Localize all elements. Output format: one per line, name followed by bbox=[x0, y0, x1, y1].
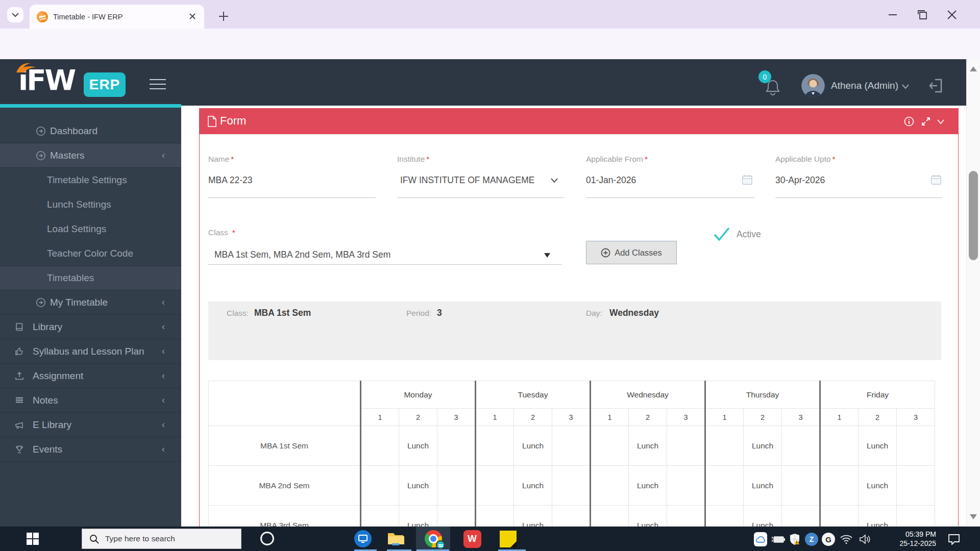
sidebar-item-assignment[interactable]: Assignment‹ bbox=[0, 364, 181, 388]
sidebar-item-load-settings[interactable]: Load Settings bbox=[0, 217, 181, 241]
timetable-cell-empty[interactable] bbox=[476, 426, 514, 466]
timetable-cell-lunch[interactable]: Lunch bbox=[629, 506, 667, 527]
taskbar-search[interactable]: Type here to search bbox=[82, 529, 241, 549]
timetable-cell-lunch[interactable]: Lunch bbox=[399, 466, 437, 506]
timetable-cell-lunch[interactable]: Lunch bbox=[629, 426, 667, 466]
sidebar-item-teacher-color-code[interactable]: Teacher Color Code bbox=[0, 241, 181, 266]
action-center-icon[interactable] bbox=[947, 533, 961, 546]
applicable-upto-input[interactable]: 30-Apr-2026 bbox=[775, 175, 825, 186]
timetable-cell-empty[interactable] bbox=[897, 466, 935, 506]
institute-select[interactable]: IFW INSTITUTE OF MANAGEME bbox=[400, 175, 534, 186]
zulip-icon[interactable]: Z bbox=[805, 533, 818, 546]
timetable-cell-lunch[interactable]: Lunch bbox=[399, 506, 437, 527]
timetable-cell-empty[interactable] bbox=[667, 426, 705, 466]
logout-icon[interactable] bbox=[929, 78, 944, 94]
active-checkmark-icon[interactable] bbox=[713, 227, 730, 242]
grammarly-tray-icon[interactable]: G bbox=[822, 533, 835, 546]
wps-office-icon[interactable]: W bbox=[463, 530, 481, 548]
sidebar-item-lunch-settings[interactable]: Lunch Settings bbox=[0, 192, 181, 217]
volume-icon[interactable] bbox=[859, 533, 872, 546]
tab-search-button[interactable] bbox=[7, 7, 23, 22]
maximize-window-button[interactable] bbox=[916, 8, 929, 21]
calendar-icon[interactable] bbox=[742, 174, 753, 185]
close-window-button[interactable] bbox=[945, 8, 959, 21]
timetable-cell-empty[interactable] bbox=[782, 506, 820, 527]
timetable-cell-empty[interactable] bbox=[782, 426, 820, 466]
sidebar-item-timetable-settings[interactable]: Timetable Settings bbox=[0, 168, 181, 192]
expand-icon[interactable] bbox=[921, 116, 931, 127]
collapse-chevron-icon[interactable] bbox=[936, 116, 946, 127]
timetable-cell-empty[interactable] bbox=[820, 426, 859, 466]
timetable-cell-empty[interactable] bbox=[591, 426, 629, 466]
timetable-cell-empty[interactable] bbox=[705, 426, 744, 466]
timetable-cell-lunch[interactable]: Lunch bbox=[859, 426, 897, 466]
taskbar-clock[interactable]: 05:39 PM 25-12-2025 bbox=[876, 530, 936, 548]
calendar-icon[interactable] bbox=[930, 174, 942, 185]
timetable-cell-empty[interactable] bbox=[437, 506, 476, 527]
sidebar-item-timetables[interactable]: Timetables bbox=[0, 266, 181, 290]
scrollbar-up-arrow[interactable] bbox=[970, 66, 977, 71]
institute-chevron-icon[interactable] bbox=[551, 178, 558, 183]
class-multiselect[interactable]: MBA 1st Sem, MBA 2nd Sem, MBA 3rd Sem bbox=[214, 249, 390, 260]
timetable-cell-empty[interactable] bbox=[361, 426, 399, 466]
tab-close-icon[interactable] bbox=[188, 12, 197, 21]
file-explorer-icon[interactable] bbox=[386, 530, 405, 548]
add-classes-button[interactable]: Add Classes bbox=[586, 241, 677, 264]
timetable-cell-empty[interactable] bbox=[361, 506, 399, 527]
timetable-cell-empty[interactable] bbox=[820, 466, 859, 506]
timetable-cell-lunch[interactable]: Lunch bbox=[514, 426, 552, 466]
sidebar-item-dashboard[interactable]: Dashboard bbox=[0, 119, 181, 143]
applicable-from-input[interactable]: 01-Jan-2026 bbox=[586, 175, 636, 186]
browser-tab[interactable]: Timetable - IFW ERP bbox=[30, 5, 204, 29]
timetable-cell-empty[interactable] bbox=[552, 506, 591, 527]
sticky-notes-icon[interactable] bbox=[499, 530, 517, 548]
timetable-cell-lunch[interactable]: Lunch bbox=[399, 426, 437, 466]
minimize-window-button[interactable] bbox=[886, 8, 899, 21]
timetable-cell-lunch[interactable]: Lunch bbox=[859, 466, 897, 506]
timetable-cell-empty[interactable] bbox=[897, 426, 935, 466]
security-shield-icon[interactable] bbox=[788, 533, 801, 546]
app-logo[interactable]: iFW ERP bbox=[18, 63, 75, 96]
sidebar-item-events[interactable]: Events‹ bbox=[0, 437, 181, 462]
timetable-cell-lunch[interactable]: Lunch bbox=[514, 506, 552, 527]
sidebar-item-my-timetable[interactable]: My Timetable‹ bbox=[0, 290, 181, 315]
timetable-cell-empty[interactable] bbox=[361, 466, 399, 506]
timetable-cell-empty[interactable] bbox=[820, 506, 859, 527]
timetable-cell-lunch[interactable]: Lunch bbox=[744, 466, 782, 506]
timetable-cell-empty[interactable] bbox=[667, 466, 705, 506]
timetable-cell-empty[interactable] bbox=[667, 506, 705, 527]
scrollbar-thumb[interactable] bbox=[969, 171, 978, 260]
name-input[interactable]: MBA 22-23 bbox=[208, 175, 253, 186]
wifi-icon[interactable] bbox=[840, 533, 853, 546]
info-icon[interactable] bbox=[904, 116, 914, 127]
timetable-cell-empty[interactable] bbox=[897, 506, 935, 527]
user-name[interactable]: Athena (Admin) bbox=[831, 80, 898, 91]
sidebar-item-e-library[interactable]: E Library‹ bbox=[0, 413, 181, 437]
timetable-cell-empty[interactable] bbox=[552, 426, 591, 466]
timetable-cell-empty[interactable] bbox=[591, 466, 629, 506]
new-tab-button[interactable] bbox=[216, 9, 231, 23]
timetable-cell-lunch[interactable]: Lunch bbox=[744, 426, 782, 466]
timetable-cell-lunch[interactable]: Lunch bbox=[514, 466, 552, 506]
timetable-cell-lunch[interactable]: Lunch bbox=[859, 506, 897, 527]
chrome-taskbar-tile[interactable] bbox=[416, 527, 450, 551]
timetable-cell-empty[interactable] bbox=[476, 506, 514, 527]
timetable-cell-empty[interactable] bbox=[591, 506, 629, 527]
timetable-cell-empty[interactable] bbox=[782, 466, 820, 506]
sidebar-item-syllabus-and-lesson-plan[interactable]: Syllabus and Lesson Plan‹ bbox=[0, 339, 181, 364]
battery-icon[interactable] bbox=[772, 533, 785, 546]
sidebar-item-masters[interactable]: Masters‹ bbox=[0, 143, 181, 168]
timetable-cell-empty[interactable] bbox=[476, 466, 514, 506]
start-button[interactable] bbox=[27, 533, 39, 545]
user-chevron-down-icon[interactable] bbox=[901, 84, 910, 90]
timetable-cell-empty[interactable] bbox=[552, 466, 591, 506]
class-dropdown-arrow-icon[interactable] bbox=[544, 253, 550, 258]
cloud-icon[interactable] bbox=[754, 533, 767, 546]
remote-desktop-icon[interactable] bbox=[354, 530, 372, 548]
timetable-cell-lunch[interactable]: Lunch bbox=[629, 466, 667, 506]
sidebar-item-notes[interactable]: Notes‹ bbox=[0, 388, 181, 413]
timetable-cell-empty[interactable] bbox=[705, 506, 744, 527]
timetable-cell-lunch[interactable]: Lunch bbox=[744, 506, 782, 527]
scrollbar-down-arrow[interactable] bbox=[970, 514, 977, 519]
hamburger-menu-icon[interactable] bbox=[150, 79, 166, 90]
